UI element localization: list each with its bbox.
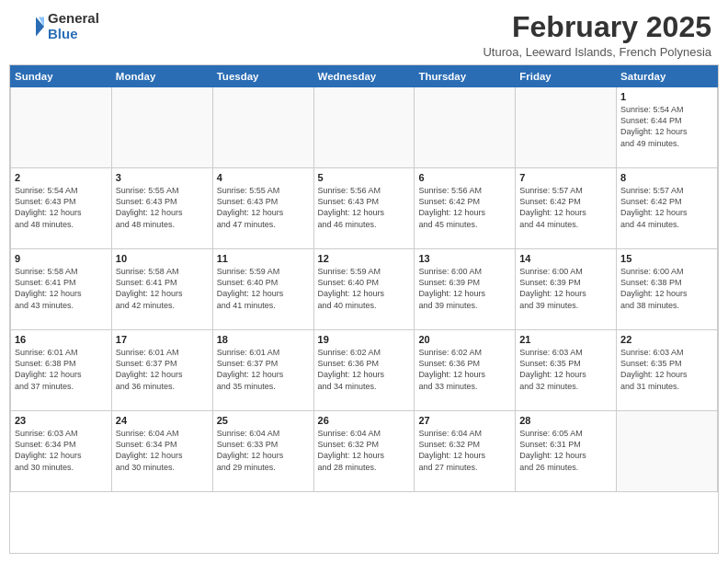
day-number: 22 [620, 334, 713, 345]
day-number: 19 [318, 334, 411, 345]
day-info: Sunrise: 6:01 AMSunset: 6:37 PMDaylight:… [116, 347, 209, 392]
calendar-cell: 23Sunrise: 6:03 AMSunset: 6:34 PMDayligh… [11, 411, 112, 492]
day-info: Sunrise: 5:58 AMSunset: 6:41 PMDaylight:… [15, 266, 108, 311]
calendar-week-4: 23Sunrise: 6:03 AMSunset: 6:34 PMDayligh… [11, 411, 718, 492]
day-number: 6 [418, 172, 511, 183]
day-info: Sunrise: 5:54 AMSunset: 6:43 PMDaylight:… [15, 185, 108, 230]
calendar-cell: 25Sunrise: 6:04 AMSunset: 6:33 PMDayligh… [212, 411, 313, 492]
day-info: Sunrise: 6:04 AMSunset: 6:32 PMDaylight:… [418, 428, 511, 473]
day-number: 4 [217, 172, 310, 183]
day-number: 21 [519, 334, 612, 345]
calendar-cell [415, 87, 516, 168]
day-number: 24 [116, 415, 209, 426]
day-info: Sunrise: 6:00 AMSunset: 6:39 PMDaylight:… [418, 266, 511, 311]
day-info: Sunrise: 5:57 AMSunset: 6:42 PMDaylight:… [620, 185, 713, 230]
title-block: February 2025 Uturoa, Leeward Islands, F… [483, 11, 711, 59]
day-info: Sunrise: 6:02 AMSunset: 6:36 PMDaylight:… [418, 347, 511, 392]
calendar-cell: 8Sunrise: 5:57 AMSunset: 6:42 PMDaylight… [617, 168, 718, 249]
day-info: Sunrise: 5:54 AMSunset: 6:44 PMDaylight:… [620, 104, 713, 149]
calendar-table: Sunday Monday Tuesday Wednesday Thursday… [10, 65, 718, 492]
day-number: 3 [116, 172, 209, 183]
day-info: Sunrise: 6:04 AMSunset: 6:33 PMDaylight:… [217, 428, 310, 473]
day-number: 1 [620, 91, 713, 102]
day-info: Sunrise: 5:55 AMSunset: 6:43 PMDaylight:… [217, 185, 310, 230]
calendar-cell: 20Sunrise: 6:02 AMSunset: 6:36 PMDayligh… [415, 330, 516, 411]
calendar: Sunday Monday Tuesday Wednesday Thursday… [9, 64, 719, 554]
calendar-cell: 17Sunrise: 6:01 AMSunset: 6:37 PMDayligh… [111, 330, 212, 411]
day-info: Sunrise: 6:03 AMSunset: 6:35 PMDaylight:… [519, 347, 612, 392]
calendar-cell: 11Sunrise: 5:59 AMSunset: 6:40 PMDayligh… [212, 249, 313, 330]
day-info: Sunrise: 6:01 AMSunset: 6:38 PMDaylight:… [15, 347, 108, 392]
col-saturday: Saturday [617, 66, 718, 87]
day-info: Sunrise: 6:05 AMSunset: 6:31 PMDaylight:… [519, 428, 612, 473]
day-info: Sunrise: 5:57 AMSunset: 6:42 PMDaylight:… [519, 185, 612, 230]
calendar-week-2: 9Sunrise: 5:58 AMSunset: 6:41 PMDaylight… [11, 249, 718, 330]
calendar-cell [313, 87, 415, 168]
day-info: Sunrise: 6:03 AMSunset: 6:34 PMDaylight:… [15, 428, 108, 473]
calendar-week-3: 16Sunrise: 6:01 AMSunset: 6:38 PMDayligh… [11, 330, 718, 411]
day-number: 18 [217, 334, 310, 345]
day-info: Sunrise: 6:03 AMSunset: 6:35 PMDaylight:… [620, 347, 713, 392]
col-tuesday: Tuesday [212, 66, 313, 87]
calendar-cell: 28Sunrise: 6:05 AMSunset: 6:31 PMDayligh… [516, 411, 617, 492]
calendar-cell: 6Sunrise: 5:56 AMSunset: 6:42 PMDaylight… [415, 168, 516, 249]
calendar-header: Sunday Monday Tuesday Wednesday Thursday… [11, 66, 718, 87]
day-info: Sunrise: 6:04 AMSunset: 6:34 PMDaylight:… [116, 428, 209, 473]
day-info: Sunrise: 6:00 AMSunset: 6:38 PMDaylight:… [620, 266, 713, 311]
day-number: 23 [15, 415, 108, 426]
calendar-cell: 1Sunrise: 5:54 AMSunset: 6:44 PMDaylight… [617, 87, 718, 168]
day-number: 26 [318, 415, 411, 426]
calendar-cell: 7Sunrise: 5:57 AMSunset: 6:42 PMDaylight… [516, 168, 617, 249]
calendar-cell [516, 87, 617, 168]
col-thursday: Thursday [415, 66, 516, 87]
col-friday: Friday [516, 66, 617, 87]
day-info: Sunrise: 6:04 AMSunset: 6:32 PMDaylight:… [318, 428, 411, 473]
day-info: Sunrise: 5:58 AMSunset: 6:41 PMDaylight:… [116, 266, 209, 311]
header-row: Sunday Monday Tuesday Wednesday Thursday… [11, 66, 718, 87]
calendar-cell [212, 87, 313, 168]
day-info: Sunrise: 5:56 AMSunset: 6:42 PMDaylight:… [418, 185, 511, 230]
calendar-cell: 27Sunrise: 6:04 AMSunset: 6:32 PMDayligh… [415, 411, 516, 492]
calendar-cell: 2Sunrise: 5:54 AMSunset: 6:43 PMDaylight… [11, 168, 112, 249]
day-number: 8 [620, 172, 713, 183]
day-number: 20 [418, 334, 511, 345]
calendar-cell: 24Sunrise: 6:04 AMSunset: 6:34 PMDayligh… [111, 411, 212, 492]
day-number: 5 [318, 172, 411, 183]
logo-text: General Blue [48, 11, 99, 41]
calendar-cell: 10Sunrise: 5:58 AMSunset: 6:41 PMDayligh… [111, 249, 212, 330]
calendar-cell: 4Sunrise: 5:55 AMSunset: 6:43 PMDaylight… [212, 168, 313, 249]
calendar-cell: 16Sunrise: 6:01 AMSunset: 6:38 PMDayligh… [11, 330, 112, 411]
logo-icon [17, 13, 44, 40]
day-number: 25 [217, 415, 310, 426]
calendar-cell: 15Sunrise: 6:00 AMSunset: 6:38 PMDayligh… [617, 249, 718, 330]
calendar-cell: 22Sunrise: 6:03 AMSunset: 6:35 PMDayligh… [617, 330, 718, 411]
col-monday: Monday [111, 66, 212, 87]
calendar-week-0: 1Sunrise: 5:54 AMSunset: 6:44 PMDaylight… [11, 87, 718, 168]
day-info: Sunrise: 5:59 AMSunset: 6:40 PMDaylight:… [318, 266, 411, 311]
calendar-cell: 18Sunrise: 6:01 AMSunset: 6:37 PMDayligh… [212, 330, 313, 411]
calendar-body: 1Sunrise: 5:54 AMSunset: 6:44 PMDaylight… [11, 87, 718, 492]
day-info: Sunrise: 5:59 AMSunset: 6:40 PMDaylight:… [217, 266, 310, 311]
calendar-cell: 26Sunrise: 6:04 AMSunset: 6:32 PMDayligh… [313, 411, 415, 492]
page: General Blue February 2025 Uturoa, Leewa… [0, 0, 728, 563]
day-number: 9 [15, 253, 108, 264]
day-info: Sunrise: 5:55 AMSunset: 6:43 PMDaylight:… [116, 185, 209, 230]
day-number: 17 [116, 334, 209, 345]
month-title: February 2025 [483, 11, 711, 43]
calendar-cell: 19Sunrise: 6:02 AMSunset: 6:36 PMDayligh… [313, 330, 415, 411]
day-number: 12 [318, 253, 411, 264]
day-number: 28 [519, 415, 612, 426]
col-wednesday: Wednesday [313, 66, 415, 87]
day-info: Sunrise: 6:02 AMSunset: 6:36 PMDaylight:… [318, 347, 411, 392]
day-info: Sunrise: 5:56 AMSunset: 6:43 PMDaylight:… [318, 185, 411, 230]
header: General Blue February 2025 Uturoa, Leewa… [0, 0, 728, 64]
logo-blue: Blue [48, 27, 99, 42]
day-number: 16 [15, 334, 108, 345]
calendar-week-1: 2Sunrise: 5:54 AMSunset: 6:43 PMDaylight… [11, 168, 718, 249]
calendar-cell [617, 411, 718, 492]
subtitle: Uturoa, Leeward Islands, French Polynesi… [483, 45, 711, 59]
calendar-cell: 12Sunrise: 5:59 AMSunset: 6:40 PMDayligh… [313, 249, 415, 330]
calendar-cell [111, 87, 212, 168]
calendar-cell: 14Sunrise: 6:00 AMSunset: 6:39 PMDayligh… [516, 249, 617, 330]
col-sunday: Sunday [11, 66, 112, 87]
